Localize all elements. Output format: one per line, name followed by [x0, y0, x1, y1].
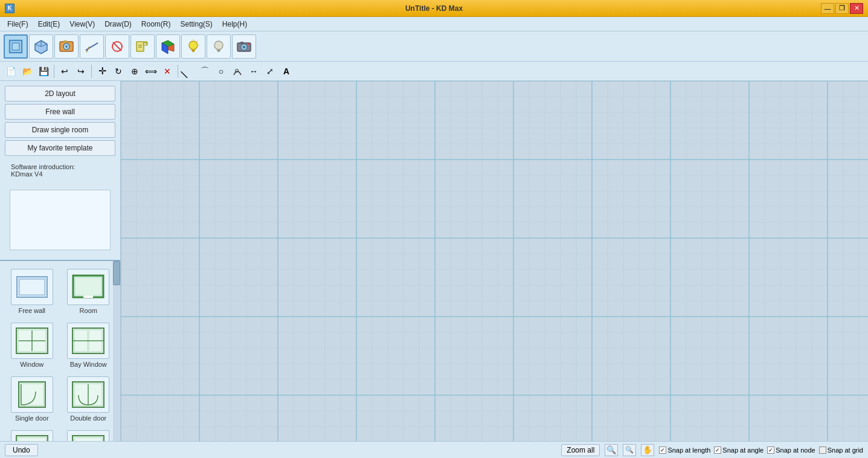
svg-line-25	[197, 40, 198, 42]
content-area: 2D layout Free wall Draw single room My …	[0, 81, 868, 441]
svg-point-27	[214, 41, 223, 50]
tool-2d-view[interactable]	[4, 34, 28, 59]
svg-rect-23	[192, 51, 194, 52]
sidebar-scroll[interactable]: Free wall Room	[0, 261, 120, 441]
menu-draw[interactable]: Draw(D)	[100, 19, 137, 30]
snap-angle-label: Snap at angle	[722, 447, 764, 454]
tool-camera[interactable]	[232, 34, 256, 59]
thumb-item8	[67, 430, 109, 441]
thumb-room	[67, 269, 109, 305]
menu-edit[interactable]: Edit(E)	[33, 19, 65, 30]
snap-grid-check[interactable]: Snap at grid	[819, 447, 863, 454]
grid-canvas	[121, 81, 868, 441]
zoom-out-button[interactable]: 🔍	[623, 444, 636, 456]
menu-view[interactable]: View(V)	[65, 19, 100, 30]
tool2-mirror[interactable]: ⟺	[144, 64, 158, 79]
tool-light-on[interactable]	[181, 34, 205, 59]
snap-node-check[interactable]: ✓ Snap at node	[767, 447, 815, 454]
tool2-new[interactable]: 📄	[4, 64, 18, 79]
favorite-template-button[interactable]: My favorite template	[5, 140, 115, 156]
template-room[interactable]: Room	[62, 266, 116, 317]
tool-tools[interactable]	[105, 34, 129, 59]
undo-button[interactable]: Undo	[5, 444, 38, 456]
snap-angle-checkbox[interactable]: ✓	[714, 447, 721, 454]
template-item7[interactable]	[5, 427, 59, 441]
template-window[interactable]: Window	[5, 320, 59, 371]
minimize-button[interactable]: —	[821, 3, 834, 14]
tool2-polyline[interactable]	[230, 64, 245, 79]
titlebar-left: K	[5, 4, 14, 13]
svg-line-10	[86, 43, 98, 50]
tool2-circle[interactable]: ○	[214, 64, 228, 79]
svg-rect-15	[137, 42, 144, 51]
sidebar: 2D layout Free wall Draw single room My …	[0, 81, 121, 441]
svg-rect-37	[19, 279, 45, 295]
template-double-door[interactable]: Double door	[62, 373, 116, 425]
sep2	[91, 65, 92, 78]
toolbar1	[0, 31, 868, 62]
template-bay-window[interactable]: Bay Window	[62, 320, 116, 371]
tool2-move[interactable]: ✛	[95, 64, 109, 79]
tool2-select-more[interactable]: ⊕	[127, 64, 142, 79]
statusbar: Undo Zoom all 🔍 🔍 ✋ ✓ Snap at length ✓ S…	[0, 441, 868, 458]
tool2-save[interactable]: 💾	[36, 64, 51, 79]
info-version: KDmax V4	[11, 170, 109, 178]
tool2-undo[interactable]: ↩	[57, 64, 72, 79]
menu-help[interactable]: Help(H)	[217, 19, 252, 30]
tool-3d-view[interactable]	[29, 34, 53, 59]
menu-file[interactable]: File(F)	[2, 19, 33, 30]
close-button[interactable]: ✕	[850, 3, 863, 14]
tool2-rotate[interactable]: ↻	[111, 64, 126, 79]
menu-setting[interactable]: Setting(S)	[176, 19, 217, 30]
tool2-scale[interactable]: ⤢	[263, 64, 277, 79]
snap-grid-checkbox[interactable]	[819, 447, 826, 454]
layout-2d-button[interactable]: 2D layout	[5, 86, 115, 102]
window-title: UnTitle - KD Max	[405, 4, 463, 13]
menu-room[interactable]: Room(R)	[137, 19, 176, 30]
thumb-free-wall	[11, 269, 53, 305]
pan-button[interactable]: ✋	[641, 444, 654, 456]
label-room: Room	[80, 307, 97, 314]
svg-rect-40	[83, 295, 93, 298]
sidebar-scrollbar-thumb[interactable]	[113, 261, 120, 285]
label-double-door: Double door	[70, 414, 106, 422]
tool2-redo[interactable]: ↪	[74, 64, 88, 79]
tool-import[interactable]	[130, 34, 155, 59]
tool-measure[interactable]	[80, 34, 104, 59]
snap-node-checkbox[interactable]: ✓	[767, 447, 774, 454]
zoom-all-button[interactable]: Zoom all	[561, 444, 600, 456]
svg-point-8	[65, 45, 68, 48]
snap-node-label: Snap at node	[776, 447, 815, 454]
snap-length-check[interactable]: ✓ Snap at length	[659, 447, 710, 454]
tool2-line[interactable]: |	[178, 61, 199, 82]
tool-materials[interactable]	[156, 34, 180, 59]
tool-photo[interactable]	[54, 34, 79, 59]
template-single-door[interactable]: Single door	[5, 373, 59, 425]
sidebar-top: 2D layout Free wall Draw single room My …	[0, 81, 120, 260]
template-item8[interactable]	[62, 427, 116, 441]
snap-angle-check[interactable]: ✓ Snap at angle	[714, 447, 764, 454]
thumb-single-door	[11, 376, 53, 413]
svg-line-14	[113, 42, 121, 51]
template-free-wall[interactable]: Free wall	[5, 266, 59, 317]
zoom-in-button[interactable]: 🔍	[605, 444, 618, 456]
sidebar-scrollbar-track[interactable]	[113, 261, 120, 441]
svg-point-32	[243, 45, 246, 48]
label-window: Window	[20, 361, 43, 368]
info-title: Software introduction:	[11, 163, 109, 170]
titlebar: K UnTitle - KD Max — ❐ ✕	[0, 0, 868, 17]
main-container: 📄 📂 💾 ↩ ↪ ✛ ↻ ⊕ ⟺ ✕ | ⌒ ○ ↔ ⤢ A 2D la	[0, 31, 868, 458]
canvas-area[interactable]	[121, 81, 868, 441]
svg-rect-59	[75, 438, 101, 441]
tool2-stretch[interactable]: ↔	[246, 64, 261, 79]
snap-length-checkbox[interactable]: ✓	[659, 447, 666, 454]
tool-light-off[interactable]	[207, 34, 231, 59]
tool2-delete[interactable]: ✕	[160, 64, 175, 79]
tool2-open[interactable]: 📂	[20, 64, 34, 79]
draw-room-button[interactable]: Draw single room	[5, 122, 115, 138]
restore-button[interactable]: ❐	[835, 3, 849, 14]
svg-rect-56	[19, 438, 45, 441]
tool2-arc[interactable]: ⌒	[198, 64, 212, 79]
tool2-text[interactable]: A	[279, 64, 294, 79]
free-wall-button[interactable]: Free wall	[5, 104, 115, 120]
